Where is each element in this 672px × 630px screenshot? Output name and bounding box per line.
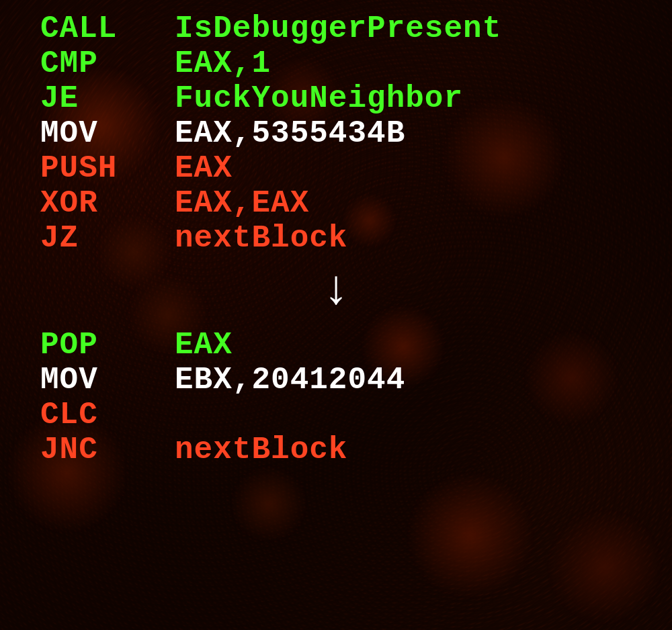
- operand-call: IsDebuggerPresent: [175, 13, 501, 44]
- asm-line-push: PUSH EAX: [40, 153, 632, 184]
- mnemonic-mov2: MOV: [40, 365, 175, 396]
- mnemonic-jz: JZ: [40, 223, 175, 254]
- down-arrow-icon: ↓: [321, 267, 350, 315]
- asm-line-call: CALL IsDebuggerPresent: [40, 13, 632, 44]
- asm-line-clc: CLC: [40, 400, 632, 431]
- mnemonic-jnc: JNC: [40, 435, 175, 465]
- mnemonic-xor: XOR: [40, 188, 175, 219]
- asm-line-jnc: JNC nextBlock: [40, 435, 632, 465]
- operand-cmp: EAX,1: [175, 48, 271, 79]
- operand-push: EAX: [175, 153, 233, 184]
- asm-line-xor: XOR EAX,EAX: [40, 188, 632, 219]
- asm-line-mov2: MOV EBX,20412044: [40, 365, 632, 396]
- mnemonic-call: CALL: [40, 13, 175, 44]
- asm-line-je: JE FuckYouNeighbor: [40, 83, 632, 114]
- asm-line-pop: POP EAX: [40, 330, 632, 361]
- mnemonic-mov1: MOV: [40, 118, 175, 149]
- operand-mov1: EAX,5355434B: [175, 118, 405, 149]
- flow-arrow-section: ↓: [40, 257, 632, 328]
- operand-xor: EAX,EAX: [175, 188, 309, 219]
- mnemonic-pop: POP: [40, 330, 175, 361]
- mnemonic-clc: CLC: [40, 400, 175, 431]
- mnemonic-cmp: CMP: [40, 48, 175, 79]
- asm-line-jz: JZ nextBlock: [40, 223, 632, 254]
- asm-line-cmp: CMP EAX,1: [40, 48, 632, 79]
- operand-mov2: EBX,20412044: [175, 365, 405, 396]
- code-display: CALL IsDebuggerPresent CMP EAX,1 JE Fuck…: [0, 0, 672, 475]
- operand-je: FuckYouNeighbor: [175, 83, 463, 114]
- mnemonic-push: PUSH: [40, 153, 175, 184]
- operand-pop: EAX: [175, 330, 233, 361]
- operand-jnc: nextBlock: [175, 435, 347, 465]
- mnemonic-je: JE: [40, 83, 175, 114]
- operand-jz: nextBlock: [175, 223, 347, 254]
- asm-line-mov1: MOV EAX,5355434B: [40, 118, 632, 149]
